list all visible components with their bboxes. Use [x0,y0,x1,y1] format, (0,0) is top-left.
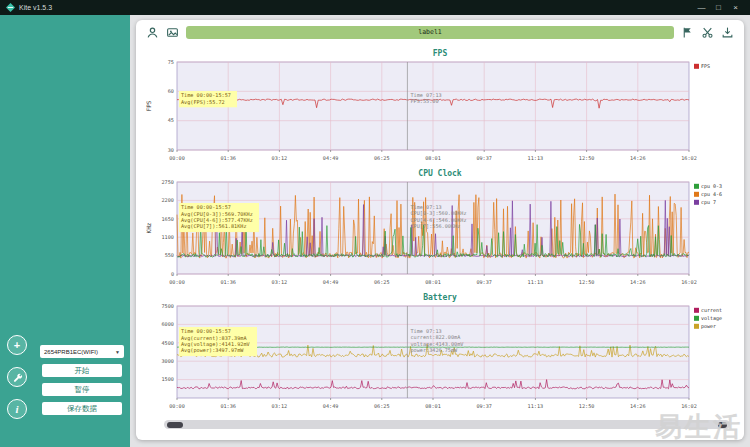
fps-chart-block: FPS 7560453000:0001:3603:1204:4906:2508:… [144,49,736,164]
save-data-button[interactable]: 保存数据 [42,402,122,415]
scrollbar-right-button[interactable] [718,422,727,428]
svg-text:08:01: 08:01 [425,403,441,409]
svg-text:12:50: 12:50 [579,155,595,161]
battery-chart-block: Battery 7500600045003000150000:0001:3603… [144,293,736,412]
svg-text:Time 07:13: Time 07:13 [410,328,441,334]
svg-text:11:13: 11:13 [528,155,544,161]
svg-text:FPS:55.00: FPS:55.00 [410,98,438,104]
export-icon[interactable] [721,26,734,39]
svg-text:03:12: 03:12 [272,279,288,285]
svg-text:03:12: 03:12 [272,155,288,161]
app-logo-icon [6,3,15,12]
svg-text:2750: 2750 [162,179,175,185]
svg-text:Avg(CPU[7]):561.81KHz: Avg(CPU[7]):561.81KHz [181,223,247,230]
svg-text:2200: 2200 [162,197,175,203]
svg-text:Time 00:00-15:57: Time 00:00-15:57 [181,92,231,98]
titlebar: Kite v1.5.3 — □ × [0,0,750,15]
svg-text:01:36: 01:36 [220,403,236,409]
svg-text:08:01: 08:01 [425,279,441,285]
svg-text:Avg(power):3497.97mW: Avg(power):3497.97mW [181,347,244,354]
svg-text:00:00: 00:00 [169,279,185,285]
battery-chart[interactable]: 7500600045003000150000:0001:3603:1204:49… [144,303,736,412]
svg-text:09:37: 09:37 [476,155,492,161]
svg-text:CPU[7]:556.00KHz: CPU[7]:556.00KHz [410,223,460,229]
svg-text:30: 30 [168,147,174,153]
close-button[interactable]: × [727,0,744,15]
svg-text:1500: 1500 [162,376,175,382]
svg-text:16:02: 16:02 [681,279,697,285]
svg-text:04:49: 04:49 [323,155,339,161]
svg-text:1650: 1650 [162,216,175,222]
svg-text:Time 00:00-15:57: Time 00:00-15:57 [181,328,231,334]
pause-button[interactable]: 暂停 [42,383,122,396]
user-icon[interactable] [146,26,159,39]
svg-text:cpu 4-6: cpu 4-6 [701,191,722,198]
svg-text:6000: 6000 [162,321,175,327]
chevron-down-icon: ▼ [115,349,120,355]
svg-text:FPS: FPS [701,63,710,69]
info-button[interactable]: i [7,399,27,419]
svg-text:CPU[0-3]:560.00KHz: CPU[0-3]:560.00KHz [410,210,466,216]
svg-text:1100: 1100 [162,234,175,240]
label-input[interactable]: label1 [186,26,674,39]
svg-text:current:822.00mA: current:822.00mA [410,334,461,340]
wrench-icon [12,372,23,383]
cpu-clock-chart[interactable]: 2750220016501100550000:0001:3603:1204:49… [144,179,736,288]
svg-text:7500: 7500 [162,303,175,309]
tools-button[interactable] [7,367,27,387]
svg-text:16:02: 16:02 [681,155,697,161]
maximize-button[interactable]: □ [710,0,727,15]
flag-icon[interactable] [681,26,694,39]
svg-text:Time 00:00-15:57: Time 00:00-15:57 [181,204,231,210]
svg-text:FPS: FPS [145,100,152,111]
svg-text:12:50: 12:50 [579,403,595,409]
image-icon[interactable] [166,26,179,39]
card-toolbar: label1 [144,20,736,44]
svg-text:00:00: 00:00 [169,403,185,409]
info-icon: i [15,403,18,415]
svg-text:KHz: KHz [145,222,152,233]
svg-text:14:26: 14:26 [630,279,646,285]
horizontal-scrollbar[interactable] [164,420,730,429]
svg-text:03:12: 03:12 [272,403,288,409]
minimize-button[interactable]: — [693,0,710,15]
add-button[interactable]: + [7,335,27,355]
svg-text:3000: 3000 [162,358,175,364]
svg-text:06:25: 06:25 [374,155,390,161]
cpu-chart-block: CPU Clock 2750220016501100550000:0001:36… [144,169,736,288]
svg-text:Time 07:13: Time 07:13 [410,204,441,210]
svg-text:75: 75 [168,59,174,65]
plus-icon: + [14,339,20,351]
svg-text:current: current [701,307,722,313]
svg-text:60: 60 [168,88,174,94]
svg-text:cpu 0-3: cpu 0-3 [701,183,722,190]
svg-text:550: 550 [165,252,174,258]
svg-text:00:00: 00:00 [169,155,185,161]
scrollbar-thumb[interactable] [167,422,183,428]
svg-text:04:49: 04:49 [323,279,339,285]
svg-text:voltage: voltage [701,315,722,322]
svg-text:cpu 7: cpu 7 [701,199,716,206]
svg-text:09:37: 09:37 [476,279,492,285]
main-panel: label1 FPS 7560453000:0001:3603:1204:490… [136,20,744,440]
svg-text:01:36: 01:36 [220,155,236,161]
cpu-chart-title: CPU Clock [144,169,736,179]
svg-text:power:3426.75mW: power:3426.75mW [410,347,458,354]
device-select[interactable]: 2654PRB1EC(WIFI) ▼ [40,345,124,358]
start-button[interactable]: 开始 [42,364,122,377]
svg-text:power: power [701,323,716,330]
svg-text:11:13: 11:13 [528,279,544,285]
svg-text:04:49: 04:49 [323,403,339,409]
fps-chart[interactable]: 7560453000:0001:3603:1204:4906:2508:0109… [144,59,736,164]
svg-text:Time 07:13: Time 07:13 [410,92,441,98]
svg-text:01:36: 01:36 [220,279,236,285]
svg-text:09:37: 09:37 [476,403,492,409]
svg-text:14:26: 14:26 [630,403,646,409]
sidebar: + i 2654PRB1EC(WIFI) ▼ 开始 暂停 保存数据 [0,15,130,447]
battery-chart-title: Battery [144,293,736,303]
svg-text:0: 0 [171,271,174,277]
fps-chart-title: FPS [144,49,736,59]
svg-text:4500: 4500 [162,340,175,346]
scissors-icon[interactable] [701,26,714,39]
svg-text:Avg(FPS):55.72: Avg(FPS):55.72 [181,99,225,106]
